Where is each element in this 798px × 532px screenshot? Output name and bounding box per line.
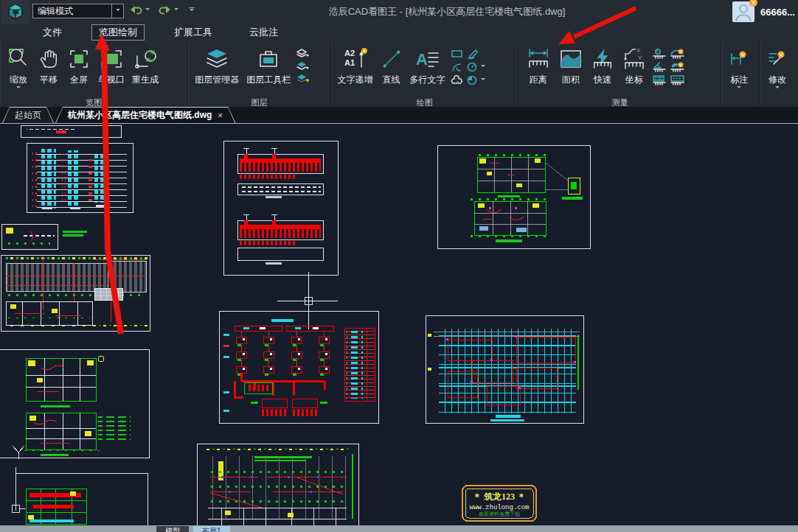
drawing-bottom-plan — [197, 444, 358, 525]
layer-toolbar-button[interactable]: 图层工具栏 — [243, 43, 294, 86]
redo-icon[interactable] — [159, 5, 171, 15]
fullscreen-button[interactable]: 全屏 — [63, 43, 94, 86]
measure-mini-col-2 — [670, 43, 686, 85]
pan-hand-icon — [38, 45, 60, 73]
quick-measure-icon — [591, 45, 614, 73]
drawing-bottom-left-plan — [12, 467, 148, 525]
dimension-label: 标注 — [730, 74, 748, 86]
tab-start-page[interactable]: 起始页 — [2, 107, 54, 123]
area-icon — [558, 45, 583, 73]
pan-button[interactable]: 平移 — [34, 43, 63, 86]
user-account[interactable]: V 66666... — [732, 1, 795, 22]
fullscreen-icon — [67, 45, 91, 73]
quick-measure-label: 快速 — [594, 74, 611, 86]
distance-button[interactable]: 距离 — [522, 43, 555, 86]
layer-isolate-icon[interactable] — [296, 49, 309, 58]
revcloud-icon[interactable] — [451, 75, 464, 85]
circle-icon[interactable] — [467, 62, 485, 72]
plaque-title: ＊ 筑龙123 ＊ — [473, 491, 526, 502]
modify-chevron-icon — [775, 86, 780, 91]
start-page-label: 起始页 — [15, 109, 41, 122]
continuous-measure-icon[interactable] — [670, 75, 686, 85]
single-viewport-label: 单视口 — [98, 74, 125, 86]
zoom-icon — [7, 45, 30, 73]
menu-ext-tools[interactable]: 扩展工具 — [167, 24, 220, 41]
layer-on-icon[interactable] — [296, 74, 309, 83]
radius-measure-icon[interactable] — [652, 49, 667, 59]
single-viewport-icon — [99, 45, 124, 73]
ellipse-arc-icon[interactable] — [467, 75, 485, 85]
quick-measure-button[interactable]: 快速 — [587, 43, 618, 86]
line-button[interactable]: 直线 — [377, 43, 406, 86]
layer-manager-label: 图层管理器 — [195, 74, 239, 86]
svg-text:X: X — [636, 47, 641, 54]
arc-length-vip-icon[interactable] — [670, 49, 686, 59]
pan-label: 平移 — [40, 74, 58, 86]
drawing-riser-diagram — [27, 143, 133, 212]
ribbon-group-view: 缩放 平移 全屏 — [0, 41, 188, 109]
modify-button[interactable]: 修改 — [763, 43, 792, 91]
regen-label: 重生成 — [132, 74, 159, 86]
dimension-button[interactable]: 标注 — [724, 43, 754, 91]
single-viewport-button[interactable]: 单视口 — [94, 43, 128, 86]
drawing-power-risers — [223, 141, 338, 275]
layer-off-icon[interactable] — [296, 61, 309, 71]
drawing-canvas[interactable]: .w{stroke:#dfe3e6;fill:none;stroke-width… — [0, 125, 798, 525]
arc-icon[interactable] — [451, 62, 464, 72]
dropdown-arrow-icon[interactable] — [111, 4, 123, 18]
a2-glyph: A2 — [344, 49, 355, 57]
ellipse-chevron-icon[interactable] — [481, 78, 485, 83]
ribbon-group-draw: A2 A1 文字递增 直线 A — [331, 41, 519, 109]
mtext-label: 多行文字 — [410, 74, 445, 86]
rectangle-icon[interactable] — [451, 49, 464, 59]
layer-toolbar-label: 图层工具栏 — [246, 74, 291, 86]
area-button[interactable]: 面积 — [555, 43, 587, 86]
username: 66666... — [760, 7, 795, 18]
coordinate-icon: X Y — [622, 45, 647, 73]
status-bar: 模型 布局1 — [0, 525, 798, 532]
svg-text:A: A — [416, 50, 428, 69]
document-tab-bar: 起始页 杭州某小区高层住宅楼电气图纸.dwg × — [0, 107, 798, 124]
list-measure-icon[interactable] — [652, 75, 667, 85]
undo-chevron-icon[interactable] — [145, 8, 150, 13]
menu-cloud-note[interactable]: 云批注 — [242, 24, 285, 41]
edit-mode-dropdown[interactable]: 编辑模式 — [32, 4, 124, 18]
drawing-floor-plan-left — [1, 224, 150, 331]
mtext-button[interactable]: A 多行文字 — [406, 43, 449, 86]
edit-mode-value: 编辑模式 — [33, 5, 111, 18]
ribbon: 缩放 平移 全屏 — [0, 41, 798, 108]
text-increment-button[interactable]: A2 A1 文字递增 — [334, 43, 377, 86]
tab-drawing[interactable]: 杭州某小区高层住宅楼电气图纸.dwg × — [55, 107, 235, 123]
circle-chevron-icon[interactable] — [481, 65, 485, 69]
undo-icon[interactable] — [130, 5, 142, 15]
area-vip-icon[interactable] — [670, 62, 686, 72]
menu-file[interactable]: 文件 — [35, 24, 69, 41]
drawing-cyan-floor-plan — [426, 315, 583, 423]
app-logo-icon — [1, 0, 30, 24]
layout-tab[interactable]: 布局1 — [193, 526, 230, 532]
a1-glyph: A1 — [344, 58, 355, 67]
ribbon-group-measure: 距离 面积 快速 — [519, 41, 721, 109]
menu-view-draw[interactable]: 览图绘制 — [91, 24, 145, 41]
ribbon-group-layer: 图层管理器 图层工具栏 图层 — [188, 41, 330, 109]
avatar[interactable]: V — [732, 1, 754, 22]
coordinate-button[interactable]: X Y 坐标 — [618, 43, 650, 86]
vip-badge: V — [749, 0, 757, 7]
model-space-tab[interactable]: 模型 — [156, 526, 189, 532]
zhulong-plaque: ＊ 筑龙123 ＊ www.zhulong.com 最新资料免费下载 — [462, 486, 536, 521]
drawing-unit-plans — [437, 145, 590, 248]
modify-icon — [766, 45, 788, 73]
area-label: 面积 — [562, 74, 580, 86]
text-increment-label: 文字递增 — [338, 74, 373, 86]
plaque-subtext: 最新资料免费下载 — [479, 511, 520, 517]
zoom-chevron-icon — [16, 86, 21, 91]
angle-measure-icon[interactable] — [652, 62, 667, 72]
close-tab-icon[interactable]: × — [218, 111, 223, 121]
layer-manager-button[interactable]: 图层管理器 — [191, 43, 243, 86]
dimension-chevron-icon — [737, 86, 741, 91]
dimension-icon — [728, 45, 750, 73]
drawing-fragment-top — [21, 125, 121, 137]
polyline-pencil-icon[interactable] — [467, 49, 485, 59]
regen-button[interactable]: 重生成 — [128, 43, 162, 86]
zoom-button[interactable]: 缩放 — [3, 43, 34, 91]
